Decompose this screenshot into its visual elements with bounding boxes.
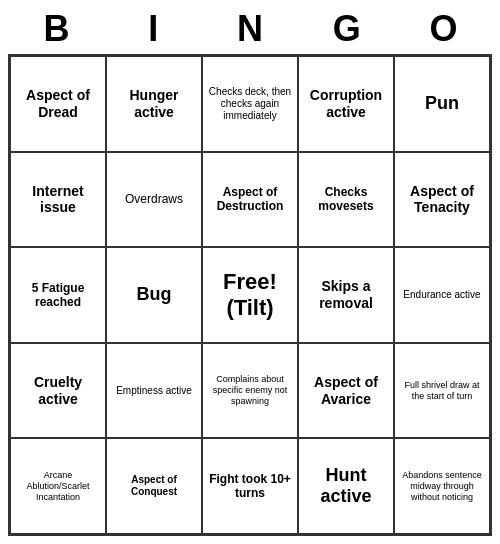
cell-3[interactable]: Corruption active — [298, 56, 394, 152]
cell-19[interactable]: Full shrivel draw at the start of turn — [394, 343, 490, 439]
cell-18[interactable]: Aspect of Avarice — [298, 343, 394, 439]
cell-9[interactable]: Aspect of Tenacity — [394, 152, 490, 248]
letter-i: I — [109, 8, 197, 50]
cell-17[interactable]: Complains about specific enemy not spawn… — [202, 343, 298, 439]
cell-23[interactable]: Hunt active — [298, 438, 394, 534]
letter-g: G — [303, 8, 391, 50]
cell-4[interactable]: Pun — [394, 56, 490, 152]
cell-6[interactable]: Overdraws — [106, 152, 202, 248]
cell-11[interactable]: Bug — [106, 247, 202, 343]
cell-21[interactable]: Aspect of Conquest — [106, 438, 202, 534]
letter-o: O — [400, 8, 488, 50]
letter-b: B — [12, 8, 100, 50]
bingo-grid: Aspect of DreadHunger activeChecks deck,… — [8, 54, 492, 536]
cell-20[interactable]: Arcane Ablution/Scarlet Incantation — [10, 438, 106, 534]
cell-24[interactable]: Abandons sentence midway through without… — [394, 438, 490, 534]
cell-15[interactable]: Cruelty active — [10, 343, 106, 439]
cell-5[interactable]: Internet issue — [10, 152, 106, 248]
cell-1[interactable]: Hunger active — [106, 56, 202, 152]
cell-13[interactable]: Skips a removal — [298, 247, 394, 343]
cell-12[interactable]: Free! (Tilt) — [202, 247, 298, 343]
cell-16[interactable]: Emptiness active — [106, 343, 202, 439]
letter-n: N — [206, 8, 294, 50]
cell-14[interactable]: Endurance active — [394, 247, 490, 343]
bingo-header: B I N G O — [8, 8, 492, 50]
cell-2[interactable]: Checks deck, then checks again immediate… — [202, 56, 298, 152]
cell-0[interactable]: Aspect of Dread — [10, 56, 106, 152]
cell-22[interactable]: Fight took 10+ turns — [202, 438, 298, 534]
cell-8[interactable]: Checks movesets — [298, 152, 394, 248]
cell-7[interactable]: Aspect of Destruction — [202, 152, 298, 248]
cell-10[interactable]: 5 Fatigue reached — [10, 247, 106, 343]
